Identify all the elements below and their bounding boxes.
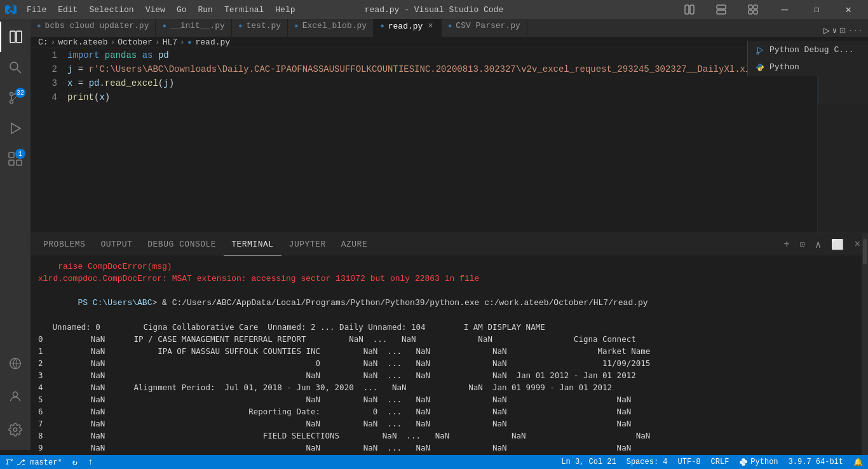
menu-selection[interactable]: Selection — [84, 4, 139, 16]
python-debug-item[interactable]: Python Debug C... — [748, 41, 868, 58]
tab-more-btn[interactable]: ∨ — [832, 26, 837, 36]
panel-scrollbar[interactable] — [862, 233, 868, 455]
svg-point-14 — [10, 100, 13, 104]
split-editor-right-btn[interactable]: ⊡ — [839, 24, 846, 37]
split-editor-btn[interactable] — [675, 0, 704, 19]
titlebar-left: File Edit Selection View Go Run Terminal… — [5, 4, 301, 16]
tab-init[interactable]: ● __init__.py — [156, 19, 231, 37]
panel-controls: + ⊡ ∧ ⬜ × — [781, 236, 863, 254]
activity-bottom — [0, 348, 31, 445]
code-area[interactable]: import pandas as pd j = r'C:\Users\ABC\D… — [62, 48, 817, 233]
tab-test[interactable]: ● test.py — [232, 19, 288, 37]
grid-btn[interactable] — [738, 0, 768, 19]
code-editor[interactable]: 1 2 3 4 import pandas as pd j = r'C:\Use… — [31, 48, 817, 233]
code-line-4: print(x) — [67, 90, 817, 104]
activity-account[interactable] — [0, 381, 31, 412]
menu-file[interactable]: File — [22, 4, 51, 16]
menu-go[interactable]: Go — [172, 4, 192, 16]
encoding-item[interactable]: UTF-8 — [673, 455, 706, 469]
breadcrumb-file-icon: ● — [187, 39, 192, 46]
breadcrumb-hl7[interactable]: HL7 — [163, 37, 177, 47]
menu-edit[interactable]: Edit — [53, 4, 83, 16]
terminal-chevron-up[interactable]: ∧ — [813, 236, 824, 254]
svg-point-10 — [10, 62, 18, 70]
activity-remote[interactable] — [0, 348, 31, 379]
publish-icon: ↑ — [88, 457, 93, 467]
scm-badge: 32 — [15, 88, 25, 98]
panel-tab-jupyter[interactable]: JUPYTER — [281, 233, 334, 255]
breadcrumb-work[interactable]: work.ateeb — [58, 37, 107, 47]
lineending-item[interactable]: CRLF — [706, 455, 735, 469]
sync-item[interactable]: ↻ — [67, 455, 83, 469]
line-num-2: 2 — [36, 62, 57, 76]
minimap — [817, 48, 868, 233]
window-controls: ― ❒ ✕ — [675, 0, 863, 19]
panel-tab-debug[interactable]: DEBUG CONSOLE — [140, 233, 224, 255]
close-btn[interactable]: ✕ — [834, 0, 863, 19]
more-actions-btn[interactable]: ··· — [848, 26, 863, 36]
panel-tab-problems[interactable]: PROBLEMS — [36, 233, 93, 255]
activity-scm[interactable]: 32 — [0, 83, 31, 113]
git-branch-item[interactable]: ⎇ master* — [0, 455, 67, 469]
breadcrumb-c[interactable]: C: — [38, 37, 48, 47]
layout-btn[interactable] — [707, 0, 736, 19]
terminal-content[interactable]: raise CompDocError(msg) xlrd.compdoc.Com… — [31, 255, 868, 455]
pythonver-item[interactable]: 3.9.7 64-bit — [783, 455, 848, 469]
tab-excel[interactable]: ● Excel_blob.py — [288, 19, 374, 37]
svg-point-26 — [6, 463, 8, 465]
window-title: read.py - Visual Studio Code — [365, 5, 503, 15]
titlebar-menu: File Edit Selection View Go Run Terminal… — [22, 4, 301, 16]
language-item[interactable]: Python — [734, 455, 783, 469]
statusbar-right: Ln 3, Col 21 Spaces: 4 UTF-8 CRLF Python… — [556, 455, 868, 469]
tab-read[interactable]: ● read.py × — [374, 19, 442, 37]
tab-read-close[interactable]: × — [426, 20, 434, 32]
panel-tab-terminal[interactable]: TERMINAL — [224, 233, 281, 255]
ext-badge: 1 — [15, 149, 25, 159]
language-text: Python — [750, 458, 778, 466]
panel-tab-azure[interactable]: AZURE — [334, 233, 376, 255]
tab-init-label: __init__.py — [170, 21, 225, 31]
menu-terminal[interactable]: Terminal — [219, 4, 269, 16]
breadcrumb-october[interactable]: October — [118, 37, 153, 47]
minimize-btn[interactable]: ― — [770, 0, 799, 19]
menu-help[interactable]: Help — [270, 4, 300, 16]
menu-run[interactable]: Run — [193, 4, 217, 16]
tab-csv[interactable]: ● CSV Parser.py — [442, 19, 527, 37]
run-btn[interactable]: ▷ — [824, 24, 830, 37]
breadcrumb-file[interactable]: read.py — [196, 37, 231, 47]
menu-view[interactable]: View — [140, 4, 170, 16]
term-table-header: Unnamed: 0 Cigna Collaborative Care Unna… — [38, 321, 860, 333]
svg-line-11 — [17, 69, 21, 73]
position-item[interactable]: Ln 3, Col 21 — [556, 455, 621, 469]
line-num-4: 4 — [36, 90, 57, 104]
activity-run[interactable] — [0, 113, 31, 144]
term-row-3: 3 NaN NaN NaN ... NaN NaN Jan 01 2012 - … — [38, 369, 860, 381]
git-branch-text: ⎇ master* — [17, 458, 62, 467]
spaces-item[interactable]: Spaces: 4 — [621, 455, 673, 469]
terminal-split-btn[interactable]: ⊡ — [797, 237, 808, 252]
feedback-item[interactable]: 🔔 — [848, 455, 868, 469]
term-row-8: 8 NaN FIELD SELECTIONS NaN ... NaN NaN N… — [38, 430, 860, 442]
activity-explorer[interactable] — [0, 22, 31, 52]
svg-marker-15 — [11, 123, 20, 133]
restore-btn[interactable]: ❒ — [802, 0, 831, 19]
new-terminal-btn[interactable]: + — [781, 236, 792, 253]
svg-rect-0 — [685, 5, 689, 14]
python-item[interactable]: Python — [748, 58, 868, 76]
minimap-text — [817, 48, 868, 233]
panel-maximize-btn[interactable]: ⬜ — [829, 236, 846, 254]
line-numbers: 1 2 3 4 — [31, 48, 62, 233]
lineending-text: CRLF — [711, 458, 729, 466]
titlebar: File Edit Selection View Go Run Terminal… — [0, 0, 868, 19]
activity-settings[interactable] — [0, 414, 31, 445]
debug-icon — [756, 46, 764, 55]
line-num-3: 3 — [36, 76, 57, 90]
tab-bcbs[interactable]: ● bcbs cloud updater.py — [31, 19, 156, 37]
activity-extensions[interactable]: 1 — [0, 144, 31, 174]
panel-scrollbar-thumb[interactable] — [863, 239, 867, 264]
panel-tab-output[interactable]: OUTPUT — [93, 233, 140, 255]
tab-test-label: test.py — [246, 21, 281, 31]
publish-item[interactable]: ↑ — [83, 455, 98, 469]
term-prompt-line: PS C:\Users\ABC> & C:/Users/ABC/AppData/… — [38, 285, 860, 321]
activity-search[interactable] — [0, 52, 31, 83]
